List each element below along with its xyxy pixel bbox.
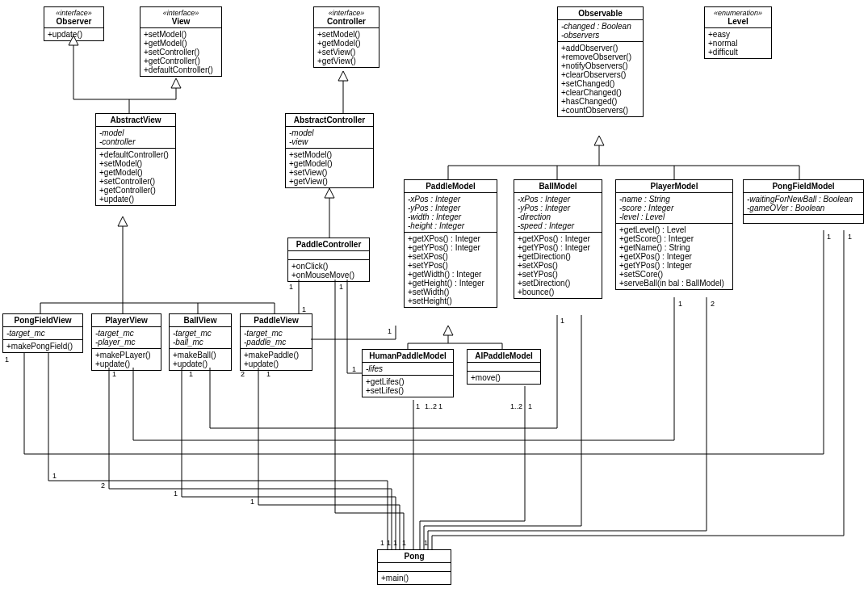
mult: 1 [827, 233, 831, 241]
mult: 1 [402, 539, 406, 547]
method: +getXPos() : Integer [619, 252, 729, 261]
stereotype: «enumeration» [708, 9, 768, 17]
method: +setController() [144, 48, 218, 57]
class-pongfieldview: PongFieldView -target_mc +makePongField(… [2, 313, 83, 353]
method: +update() [95, 359, 157, 368]
method: +setXPos() [408, 252, 493, 261]
class-name: Level [708, 17, 768, 26]
class-name: PaddleView [244, 316, 308, 325]
mult: 1 [424, 539, 428, 547]
svg-marker-11 [118, 217, 128, 226]
mult: 1 [174, 490, 178, 498]
attr: -score : Integer [619, 204, 729, 212]
method: +setModel() [317, 30, 375, 39]
method: +update() [48, 30, 100, 39]
class-name: Observable [561, 9, 639, 18]
mult: 1 [438, 402, 442, 410]
class-paddlecontroller: PaddleController +onClick() +onMouseMove… [287, 238, 370, 282]
method: +setHeight() [408, 296, 493, 305]
mult: 1 [5, 355, 9, 364]
mult: 1 [52, 472, 57, 480]
class-name: AbstractView [99, 116, 172, 124]
method: +bounce() [518, 288, 598, 296]
method: +setXPos() [518, 261, 598, 270]
method: +clearChanged() [561, 88, 639, 97]
method: +onClick() [291, 262, 366, 271]
method: +getXPos() : Integer [518, 234, 598, 243]
enum-value: +normal [708, 39, 768, 48]
stereotype: «interface» [48, 9, 100, 17]
attr: -target_mc [244, 329, 308, 338]
method: +setSCore() [619, 270, 729, 279]
method: +defaultController() [144, 65, 218, 74]
class-view: «interface»View +setModel() +getModel() … [140, 6, 222, 77]
svg-marker-4 [171, 78, 181, 88]
class-observer: «interface»Observer +update() [44, 6, 104, 41]
mult: 1 [339, 283, 343, 291]
method: +update() [173, 359, 228, 368]
mult: 1 [250, 498, 254, 506]
mult: 1 [560, 317, 564, 325]
class-humanpaddlemodel: HumanPaddleModel -lifes +getLifes() +set… [362, 349, 454, 397]
method: +update() [99, 195, 172, 204]
mult: 1 [112, 370, 116, 378]
attr: -lifes [366, 364, 450, 373]
class-name: AbstractController [289, 116, 370, 124]
mult: 2 [711, 300, 715, 308]
enum-value: +difficult [708, 48, 768, 57]
class-name: AIPaddleModel [471, 351, 537, 360]
method: +makePongField() [6, 342, 79, 351]
mult: 1 [528, 402, 532, 410]
method: +setLifes() [366, 386, 450, 395]
method: +getYPos() : Integer [619, 261, 729, 270]
class-aipaddlemodel: AIPaddleModel +move() [467, 349, 541, 385]
attr: -speed : Integer [518, 221, 598, 230]
method: +getView() [289, 177, 370, 186]
method: +makeBall() [173, 351, 228, 359]
method: +setController() [99, 177, 172, 186]
method: +getYPos() : Integer [408, 243, 493, 252]
method: +getLevel() : Level [619, 225, 729, 234]
method: +setModel() [289, 150, 370, 159]
method: +getModel() [99, 168, 172, 177]
class-name: View [144, 17, 218, 26]
method: +hasChanged() [561, 97, 639, 106]
attr: -direction [518, 212, 598, 221]
class-name: BallModel [518, 182, 598, 191]
method: +update() [244, 359, 308, 368]
attr: -changed : Boolean [561, 22, 639, 31]
class-pongfieldmodel: PongFieldModel -waitingForNewBall : Bool… [743, 179, 864, 224]
method: +move() [471, 373, 537, 382]
attr: -width : Integer [408, 212, 493, 221]
mult: 2 [241, 370, 245, 378]
mult: 1 [189, 370, 193, 378]
attr: -view [289, 137, 370, 146]
method: +setView() [289, 168, 370, 177]
mult: 1 [380, 539, 384, 547]
class-name: Pong [381, 552, 447, 561]
method: +onMouseMove() [291, 271, 366, 280]
attr: -name : String [619, 195, 729, 204]
attr: -model [99, 128, 172, 137]
method: +getXPos() : Integer [408, 234, 493, 243]
attr: -level : Level [619, 212, 729, 221]
mult: 1 [393, 539, 397, 547]
class-playerview: PlayerView -target_mc -player_mc +makePL… [91, 313, 161, 371]
class-name: BallView [173, 316, 228, 325]
class-name: PlayerModel [619, 182, 729, 191]
attr: -height : Integer [408, 221, 493, 230]
mult: 1 [848, 233, 852, 241]
mult: 2 [101, 481, 105, 490]
attr: -waitingForNewBall : Boolean [747, 195, 860, 204]
method: +clearObservers() [561, 70, 639, 79]
method: +getYPos() : Integer [518, 243, 598, 252]
method: +setYPos() [518, 270, 598, 279]
mult: 1 [266, 370, 270, 378]
class-ballmodel: BallModel -xPos : Integer -yPos : Intege… [514, 179, 602, 299]
method: +getHeight() : Integer [408, 279, 493, 288]
method: +getModel() [289, 159, 370, 168]
attr: -controller [99, 137, 172, 146]
class-name: PaddleModel [408, 182, 493, 191]
class-observable: Observable -changed : Boolean -observers… [557, 6, 644, 117]
method: +setModel() [99, 159, 172, 168]
